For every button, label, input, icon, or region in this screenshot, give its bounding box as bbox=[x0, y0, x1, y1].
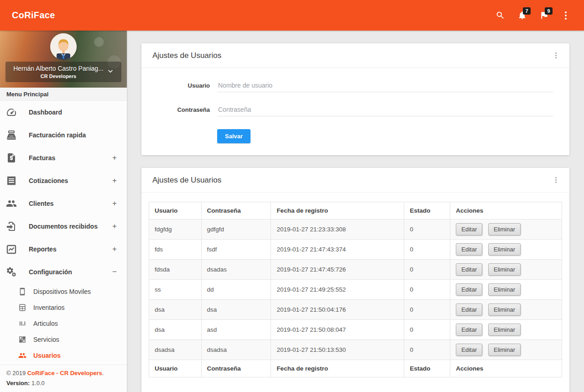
delete-button[interactable]: Eliminar bbox=[488, 283, 521, 296]
usuario-input[interactable] bbox=[217, 79, 553, 92]
sidebar-item-documentos-recibidos[interactable]: Documentos recibidos + bbox=[0, 215, 127, 238]
copyright-line: © 2019 CoRiFace - CR Developers. bbox=[6, 370, 120, 376]
cell-contrasena: dsadas bbox=[201, 260, 271, 280]
contrasena-input[interactable] bbox=[217, 103, 553, 116]
cell-acciones: Editar Eliminar bbox=[450, 300, 562, 320]
sidebar-subitem-inventarios[interactable]: Inventarios bbox=[0, 299, 127, 315]
sidebar-item-facturacion-rapida[interactable]: Facturación rapida bbox=[0, 124, 127, 146]
user-form: Usuario Contraseña Salvar bbox=[141, 68, 569, 155]
card-kebab-icon[interactable] bbox=[553, 175, 558, 185]
sidebar-item-label: Documentos recibidos bbox=[29, 223, 98, 230]
flags-button[interactable]: 9 bbox=[535, 6, 553, 25]
cell-acciones: Editar Eliminar bbox=[450, 220, 562, 240]
profile-info[interactable]: Hernán Alberto Castro Paniag... CR Devel… bbox=[5, 62, 121, 82]
table-card-title: Ajustes de Usuarios bbox=[152, 176, 221, 185]
chevron-down-icon[interactable] bbox=[106, 67, 115, 78]
sidebar-subitem-label: Servicios bbox=[33, 336, 59, 343]
calculator-icon bbox=[18, 303, 26, 312]
chart-icon bbox=[6, 244, 17, 255]
sidebar-item-clientes[interactable]: Clientes + bbox=[0, 192, 127, 215]
expand-plus-icon[interactable]: + bbox=[111, 153, 118, 162]
delete-button[interactable]: Eliminar bbox=[488, 243, 521, 256]
sidebar-item-configuracion[interactable]: Configuración − bbox=[0, 261, 127, 283]
sidebar-subitem-servicios[interactable]: Servicios bbox=[0, 331, 127, 347]
cell-fecha: 2019-01-27 21:23:33:308 bbox=[271, 220, 404, 240]
column-header-acciones: Acciones bbox=[450, 202, 562, 220]
expand-plus-icon[interactable]: + bbox=[111, 176, 118, 185]
delete-button[interactable]: Eliminar bbox=[488, 344, 521, 356]
users-table: Usuario Contraseña Fecha de registro Est… bbox=[149, 202, 562, 377]
contrasena-label: Contraseña bbox=[152, 106, 210, 113]
sidebar-item-label: Configuración bbox=[29, 268, 72, 276]
table-row: fds fsdf 2019-01-27 21:47:43:374 0 Edita… bbox=[149, 240, 562, 260]
header-actions: 7 9 bbox=[491, 6, 584, 25]
delete-button[interactable]: Eliminar bbox=[488, 263, 521, 276]
menu-section-label: Menu Principal bbox=[0, 88, 127, 101]
table-row: fdgfdg gdfgfd 2019-01-27 21:23:33:308 0 … bbox=[149, 220, 562, 240]
table-row: fdsda dsadas 2019-01-27 21:47:45:726 0 E… bbox=[149, 260, 562, 280]
sidebar-subitem-label: Usuarios bbox=[33, 352, 61, 359]
sidebar-item-cotizaciones[interactable]: Cotizaciones + bbox=[0, 169, 127, 192]
table-header-row: Usuario Contraseña Fecha de registro Est… bbox=[149, 202, 562, 220]
barcode-icon bbox=[18, 319, 26, 328]
table-row: dsadsa dsadsa 2019-01-27 21:50:13:530 0 … bbox=[149, 340, 562, 360]
cell-acciones: Editar Eliminar bbox=[450, 340, 562, 360]
cell-contrasena: dsadsa bbox=[201, 340, 271, 360]
search-button[interactable] bbox=[491, 6, 509, 25]
delete-button[interactable]: Eliminar bbox=[488, 223, 521, 235]
sidebar-subitem-label: Articulos bbox=[33, 320, 58, 327]
expand-plus-icon[interactable]: + bbox=[111, 199, 118, 208]
profile-panel: Hernán Alberto Castro Paniag... CR Devel… bbox=[0, 31, 127, 88]
copyright-suffix: . bbox=[102, 370, 104, 376]
expand-plus-icon[interactable]: + bbox=[111, 245, 118, 254]
delete-button[interactable]: Eliminar bbox=[488, 324, 521, 336]
edit-button[interactable]: Editar bbox=[456, 243, 482, 256]
edit-button[interactable]: Editar bbox=[456, 344, 482, 356]
sidebar-item-dashboard[interactable]: Dashboard bbox=[0, 101, 127, 124]
cell-acciones: Editar Eliminar bbox=[450, 320, 562, 340]
sidebar-item-reportes[interactable]: Reportes + bbox=[0, 238, 127, 261]
usuario-form-row: Usuario bbox=[152, 79, 553, 92]
delete-button[interactable]: Eliminar bbox=[488, 303, 521, 316]
cell-fecha: 2019-01-27 21:50:04:176 bbox=[271, 300, 404, 320]
brand-footer-link[interactable]: CoRiFace - CR Developers bbox=[27, 370, 102, 376]
card-kebab-icon[interactable] bbox=[553, 51, 558, 60]
sidebar-item-label: Clientes bbox=[29, 200, 53, 207]
brand-logo[interactable]: CoRiFace bbox=[0, 10, 55, 21]
edit-button[interactable]: Editar bbox=[456, 303, 482, 316]
users-table-wrapper: Usuario Contraseña Fecha de registro Est… bbox=[141, 193, 569, 392]
sidebar-subitem-dispositivos-moviles[interactable]: Dispositivos Moviles bbox=[0, 283, 127, 299]
edit-button[interactable]: Editar bbox=[456, 263, 482, 276]
cell-estado: 0 bbox=[404, 280, 450, 300]
notifications-button[interactable]: 7 bbox=[513, 6, 531, 25]
receipt-icon bbox=[6, 175, 17, 186]
smartphone-icon bbox=[18, 287, 26, 296]
sidebar-subitem-label: Inventarios bbox=[33, 304, 64, 311]
sidebar-item-label: Dashboard bbox=[29, 109, 62, 116]
save-button[interactable]: Salvar bbox=[217, 129, 250, 143]
sidebar-subitem-label: Dispositivos Moviles bbox=[33, 288, 91, 295]
cell-usuario: ss bbox=[149, 280, 202, 300]
header-menu-button[interactable] bbox=[557, 6, 575, 25]
form-card-title: Ajustes de Usuarios bbox=[152, 51, 221, 60]
edit-button[interactable]: Editar bbox=[456, 223, 482, 235]
invoice-icon bbox=[6, 152, 17, 163]
edit-button[interactable]: Editar bbox=[456, 283, 482, 296]
cell-contrasena: gdfgfd bbox=[201, 220, 271, 240]
column-header-fecha: Fecha de registro bbox=[271, 202, 404, 220]
cell-acciones: Editar Eliminar bbox=[450, 280, 562, 300]
table-footer-row: Usuario Contraseña Fecha de registro Est… bbox=[149, 360, 562, 377]
sidebar-item-facturas[interactable]: Facturas + bbox=[0, 146, 127, 169]
sidebar-subitem-articulos[interactable]: Articulos bbox=[0, 315, 127, 331]
collapse-minus-icon[interactable]: − bbox=[111, 267, 118, 277]
edit-button[interactable]: Editar bbox=[456, 324, 482, 336]
users-table-body: fdgfdg gdfgfd 2019-01-27 21:23:33:308 0 … bbox=[149, 220, 562, 360]
sidebar-footer: © 2019 CoRiFace - CR Developers. Version… bbox=[0, 365, 127, 392]
column-header-estado: Estado bbox=[404, 202, 450, 220]
sidebar-subitem-usuarios[interactable]: Usuarios bbox=[0, 347, 127, 363]
expand-plus-icon[interactable]: + bbox=[111, 222, 118, 231]
cell-usuario: fdsda bbox=[149, 260, 202, 280]
avatar[interactable] bbox=[50, 33, 77, 60]
version-value: 1.0.0 bbox=[30, 380, 45, 387]
cell-usuario: dsa bbox=[149, 300, 202, 320]
